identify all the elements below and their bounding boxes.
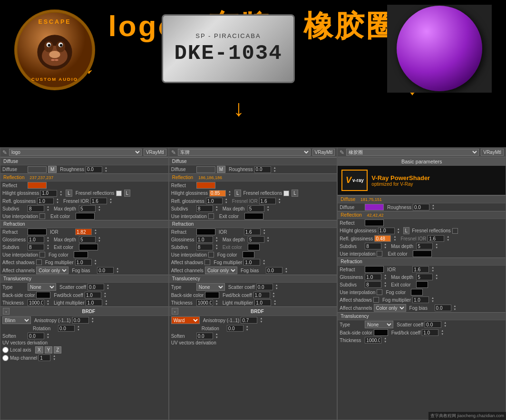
- logo-material-select[interactable]: logo: [9, 149, 142, 156]
- brdf-minus-btn[interactable]: -: [3, 308, 10, 315]
- rubber-fog-bias-input[interactable]: [435, 305, 451, 311]
- y-btn[interactable]: Y: [45, 346, 53, 353]
- hilight-l-btn[interactable]: L: [66, 190, 72, 197]
- fwd-bck-stepper[interactable]: ▲▼: [103, 292, 107, 298]
- rubber-subdivs-input[interactable]: [365, 243, 381, 249]
- affect-shadows-checkbox[interactable]: [36, 259, 42, 265]
- plate-refl-gloss-stepper[interactable]: ▲▼: [224, 198, 229, 204]
- plate-hilight-stepper[interactable]: ▲▼: [227, 190, 232, 197]
- rubber-backside-color-box[interactable]: [374, 329, 388, 336]
- fog-bias-input[interactable]: [97, 267, 114, 274]
- rubber-translucency-section[interactable]: Translucency: [338, 312, 506, 320]
- subdivs2-stepper[interactable]: ▲▼: [46, 244, 50, 250]
- plate-max-depth-stepper[interactable]: ▲▼: [266, 205, 271, 212]
- logo-refraction-section[interactable]: Refraction: [0, 220, 168, 228]
- plate-aniso-input[interactable]: [241, 317, 257, 324]
- thickness-stepper[interactable]: ▲▼: [46, 299, 50, 306]
- plate-reflect-color-box[interactable]: [196, 182, 215, 189]
- plate-fresnel-l-btn[interactable]: L: [292, 190, 298, 197]
- logo-diffuse-section[interactable]: Diffuse: [0, 157, 168, 165]
- brdf-type-select[interactable]: Blinn: [2, 316, 31, 324]
- aniso-stepper[interactable]: ▲▼: [90, 317, 95, 324]
- rubber-ior-input[interactable]: [412, 266, 429, 273]
- plate-fresnel-ior-stepper[interactable]: ▲▼: [277, 198, 282, 204]
- plate-ior-input[interactable]: [244, 229, 261, 235]
- subdivs-stepper[interactable]: ▲▼: [46, 205, 50, 212]
- plate-rotation-input[interactable]: [227, 325, 243, 332]
- plate-diffuse-section[interactable]: Diffuse: [169, 157, 337, 165]
- rubber-exit-color2-box[interactable]: [416, 281, 428, 288]
- rubber-ior-stepper[interactable]: ▲▼: [430, 266, 435, 273]
- plate-max-depth2-input[interactable]: [248, 236, 264, 243]
- roughness-stepper[interactable]: ▲▼: [104, 166, 108, 173]
- rubber-refl-gloss-stepper[interactable]: ▲▼: [392, 235, 397, 242]
- scatter-input[interactable]: [88, 284, 104, 290]
- plate-diffuse-color-box[interactable]: [196, 166, 215, 173]
- fresnel-l-btn[interactable]: L: [124, 190, 131, 197]
- plate-affect-ch-select[interactable]: Color only: [205, 267, 237, 274]
- plate-scatter-stepper[interactable]: ▲▼: [274, 284, 279, 290]
- refract-color-box[interactable]: [28, 229, 47, 235]
- plate-fog-mult-stepper[interactable]: ▲▼: [262, 259, 266, 266]
- fog-mult-input[interactable]: [75, 259, 92, 266]
- rubber-gloss-input[interactable]: [365, 274, 381, 280]
- plate-fog-color-box[interactable]: [243, 251, 254, 258]
- plate-fog-bias-stepper[interactable]: ▲▼: [284, 267, 289, 274]
- rubber-diffuse-section[interactable]: Diffuse 181,75,151: [338, 195, 506, 203]
- plate-brdf-minus-btn[interactable]: -: [172, 308, 178, 315]
- rubber-refract-color-box[interactable]: [365, 266, 384, 273]
- thickness-input[interactable]: [28, 299, 44, 306]
- max-depth-input[interactable]: [79, 205, 96, 212]
- plate-fwd-bck-stepper[interactable]: ▲▼: [272, 292, 276, 298]
- plate-light-mult-input[interactable]: [254, 299, 271, 306]
- plate-fwd-bck-input[interactable]: [253, 292, 270, 298]
- plate-hilight-input[interactable]: [209, 190, 226, 197]
- rubber-subdivs2-stepper[interactable]: ▲▼: [383, 281, 388, 288]
- rubber-exit-color-box[interactable]: [413, 250, 432, 257]
- scatter-stepper[interactable]: ▲▼: [106, 284, 110, 290]
- soften-input[interactable]: [28, 333, 44, 339]
- plate-refl-gloss-input[interactable]: [206, 198, 223, 204]
- fresnel-ior-stepper[interactable]: ▲▼: [108, 198, 113, 204]
- fresnel-ior-input[interactable]: [90, 198, 107, 204]
- rotation-input[interactable]: [58, 325, 75, 332]
- plate-light-mult-stepper[interactable]: ▲▼: [272, 299, 277, 306]
- rubber-fresnel-ior-input[interactable]: [428, 235, 444, 242]
- reflect-color-box[interactable]: [28, 182, 47, 189]
- rubber-subdivs2-input[interactable]: [365, 281, 381, 288]
- rubber-refl-gloss-input[interactable]: [374, 235, 391, 242]
- gloss-stepper[interactable]: ▲▼: [46, 236, 50, 243]
- roughness-input[interactable]: [86, 166, 102, 173]
- use-interp-checkbox[interactable]: [39, 213, 45, 219]
- light-mult-stepper[interactable]: ▲▼: [104, 299, 108, 306]
- soften-stepper[interactable]: ▲▼: [46, 333, 50, 339]
- rubber-fog-bias-stepper[interactable]: ▲▼: [453, 305, 457, 311]
- plate-subdivs-input[interactable]: [196, 205, 213, 212]
- rubber-affect-shadows-checkbox[interactable]: [373, 297, 379, 303]
- affect-ch-select[interactable]: Color only: [36, 267, 68, 274]
- z-btn[interactable]: Z: [54, 346, 61, 353]
- rubber-subdivs-stepper[interactable]: ▲▼: [383, 243, 388, 249]
- plate-material-select[interactable]: 车牌: [178, 149, 311, 156]
- rubber-material-select[interactable]: 橡胶圈: [346, 149, 479, 156]
- rubber-use-interp2-checkbox[interactable]: [377, 289, 382, 295]
- rubber-gloss-stepper[interactable]: ▲▼: [383, 274, 388, 280]
- rubber-type-select[interactable]: None: [365, 321, 393, 328]
- fog-mult-stepper[interactable]: ▲▼: [93, 259, 98, 266]
- rubber-affect-ch-select[interactable]: Color only: [374, 304, 406, 312]
- plate-subdivs-stepper[interactable]: ▲▼: [214, 205, 219, 212]
- plate-exit-color2-box[interactable]: [248, 244, 260, 250]
- max-depth-stepper[interactable]: ▲▼: [97, 205, 102, 212]
- local-axis-radio[interactable]: [2, 347, 9, 353]
- plate-subdivs2-input[interactable]: [196, 244, 213, 250]
- rubber-scatter-input[interactable]: [425, 321, 441, 328]
- rubber-hilight-stepper[interactable]: ▲▼: [396, 228, 401, 234]
- rubber-use-interp-checkbox[interactable]: [377, 251, 382, 257]
- type-select[interactable]: None: [28, 283, 56, 291]
- plate-fresnel-checkbox[interactable]: [283, 191, 289, 196]
- map-channel-stepper[interactable]: ▲▼: [52, 354, 57, 361]
- rotation-stepper[interactable]: ▲▼: [76, 325, 81, 332]
- rubber-max-depth2-input[interactable]: [416, 274, 433, 280]
- rubber-reflection-section[interactable]: Reflection 42,42,42: [338, 211, 506, 219]
- rubber-roughness-stepper[interactable]: ▲▼: [431, 204, 436, 210]
